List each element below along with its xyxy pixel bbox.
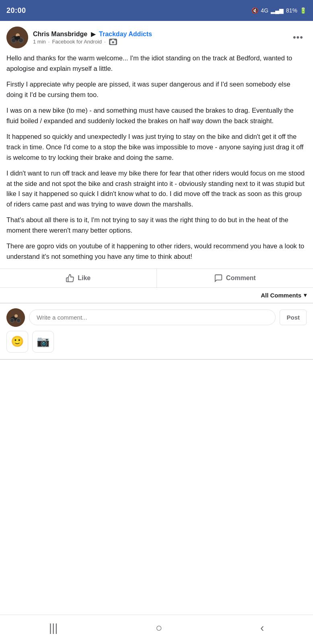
all-comments-header[interactable]: All Comments ▾ (0, 288, 313, 303)
comment-input-area: Post 🙂 📷 (0, 303, 313, 359)
post-paragraph-7: There are gopro vids on youtube of it ha… (6, 241, 307, 262)
svg-rect-8 (112, 39, 114, 41)
arrow-icon: ▶ (91, 31, 96, 37)
camera-icon: 📷 (37, 335, 49, 348)
nav-menu-button[interactable]: ||| (49, 621, 58, 634)
post-header-left: Chris Mansbridge ▶ Trackday Addicts 1 mi… (6, 27, 152, 48)
source-label: Facebook for Android (52, 39, 102, 45)
comment-tools-row: 🙂 📷 (6, 327, 307, 354)
commenter-avatar (6, 308, 25, 327)
like-button[interactable]: Like (0, 269, 157, 287)
battery-label: 81% (286, 7, 297, 14)
comment-input[interactable] (29, 310, 276, 325)
chevron-down-icon: ▾ (304, 292, 307, 298)
status-bar: 20:00 🔇 4G ▂▄▆ 81% 🔋 (0, 0, 313, 21)
battery-icon: 🔋 (300, 7, 307, 14)
post-body: Hello and thanks for the warm welcome...… (0, 52, 313, 268)
nav-home-button[interactable]: ○ (156, 621, 163, 634)
post-paragraph-1: Hello and thanks for the warm welcome...… (6, 53, 307, 74)
post-info: 1 min · Facebook for Android · (33, 39, 152, 45)
status-icons: 🔇 4G ▂▄▆ 81% 🔋 (251, 7, 307, 14)
photo-badge-icon (109, 39, 117, 45)
post-paragraph-6: That's about all there is to it, I'm not… (6, 215, 307, 235)
post-actions: Like Comment (0, 268, 313, 288)
post-paragraph-3: I was on a new bike (to me) - and someth… (6, 105, 307, 126)
post: Chris Mansbridge ▶ Trackday Addicts 1 mi… (0, 21, 313, 360)
emoji-icon: 🙂 (11, 335, 24, 348)
avatar (6, 27, 28, 48)
more-options-button[interactable]: ••• (290, 31, 307, 44)
post-paragraph-4: It happened so quickly and unexpectedly … (6, 132, 307, 163)
nav-bar: ||| ○ ‹ (0, 615, 313, 644)
post-author: Chris Mansbridge ▶ Trackday Addicts (33, 30, 152, 38)
like-label: Like (78, 275, 91, 282)
svg-point-7 (112, 41, 114, 43)
spacer (0, 360, 313, 392)
comment-button[interactable]: Comment (157, 269, 313, 287)
signal-icon: ▂▄▆ (271, 7, 284, 14)
comment-label: Comment (226, 275, 256, 282)
group-name[interactable]: Trackday Addicts (99, 31, 152, 37)
status-time: 20:00 (6, 6, 26, 15)
svg-point-11 (10, 318, 14, 322)
svg-point-13 (14, 314, 18, 318)
all-comments-label: All Comments (261, 292, 301, 299)
mute-icon: 🔇 (251, 7, 258, 14)
svg-point-12 (16, 318, 21, 322)
post-comment-button[interactable]: Post (280, 310, 307, 325)
camera-button[interactable]: 📷 (32, 331, 54, 353)
post-meta: Chris Mansbridge ▶ Trackday Addicts 1 mi… (33, 30, 152, 45)
comment-input-row: Post (6, 308, 307, 327)
post-header: Chris Mansbridge ▶ Trackday Addicts 1 mi… (0, 21, 313, 52)
nav-back-button[interactable]: ‹ (260, 621, 264, 634)
author-name: Chris Mansbridge (33, 31, 87, 37)
time-ago: 1 min (33, 39, 46, 45)
emoji-button[interactable]: 🙂 (6, 331, 28, 353)
post-paragraph-5: I didn't want to run off track and leave… (6, 168, 307, 209)
network-label: 4G (261, 7, 268, 14)
post-paragraph-2: Firstly I appreciate why people are piss… (6, 79, 307, 100)
